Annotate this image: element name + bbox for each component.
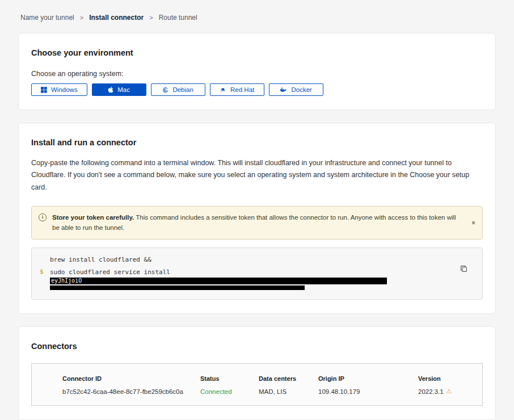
breadcrumb-step-install-connector[interactable]: Install connector	[89, 14, 144, 22]
docker-logo-icon	[280, 87, 287, 93]
col-header-version: Version	[418, 375, 471, 382]
code-lines: brew install cloudflared && sudo cloudfl…	[50, 256, 460, 290]
version-warning-icon: ⚠	[446, 388, 452, 395]
os-button-row: Windows Mac Debian Red Hat	[31, 83, 483, 96]
code-line-1: brew install cloudflared &&	[50, 256, 460, 264]
code-line-2: sudo cloudflared service install	[50, 268, 460, 277]
install-command-codeblock: $ brew install cloudflared && sudo cloud…	[31, 247, 483, 300]
os-chooser-label: Choose an operating system:	[31, 70, 483, 78]
breadcrumb-separator: >	[80, 14, 83, 21]
token-warning-text: Store your token carefully. This command…	[52, 213, 462, 233]
os-button-label: Docker	[291, 86, 311, 93]
cell-connector-id: b7c52c42-6caa-48ee-8c77-fbe259cb6c0a	[62, 388, 200, 395]
os-button-label: Windows	[51, 86, 78, 93]
breadcrumb: Name your tunnel > Install connector > R…	[18, 0, 496, 33]
connectors-table: Connector ID Status Data centers Origin …	[31, 363, 483, 406]
connectors-table-header: Connector ID Status Data centers Origin …	[32, 375, 482, 382]
install-card-title: Install and run a connector	[31, 138, 483, 147]
os-button-mac[interactable]: Mac	[92, 83, 146, 96]
install-connector-card: Install and run a connector Copy-paste t…	[18, 123, 496, 314]
redacted-token-line-1: eyJhIjoiO	[50, 278, 387, 284]
col-header-data-centers: Data centers	[259, 375, 318, 382]
install-card-description: Copy-paste the following command into a …	[31, 157, 483, 194]
os-button-label: Red Hat	[230, 86, 254, 93]
redhat-logo-icon	[220, 87, 226, 93]
page-container: Name your tunnel > Install connector > R…	[0, 0, 514, 420]
col-header-status: Status	[200, 375, 259, 382]
status-badge: Connected	[200, 388, 259, 395]
col-header-origin-ip: Origin IP	[318, 375, 418, 382]
breadcrumb-step-name-your-tunnel[interactable]: Name your tunnel	[20, 14, 74, 22]
os-button-label: Mac	[117, 86, 130, 93]
redacted-token-line-2	[50, 285, 305, 290]
breadcrumb-separator: >	[149, 14, 153, 21]
version-number: 2022.3.1	[418, 388, 444, 395]
col-header-connector-id: Connector ID	[62, 375, 200, 382]
debian-logo-icon	[162, 87, 168, 93]
os-button-debian[interactable]: Debian	[151, 83, 205, 96]
cell-data-centers: MAD, LIS	[259, 388, 318, 395]
connectors-card: Connectors Connector ID Status Data cent…	[18, 326, 496, 420]
apple-logo-icon	[108, 86, 113, 93]
os-button-windows[interactable]: Windows	[31, 83, 87, 96]
connectors-card-title: Connectors	[31, 342, 483, 351]
breadcrumb-step-route-tunnel[interactable]: Route tunnel	[159, 14, 197, 22]
os-button-docker[interactable]: Docker	[269, 83, 323, 96]
windows-logo-icon	[41, 87, 47, 93]
environment-card-title: Choose your environment	[31, 48, 483, 57]
os-button-redhat[interactable]: Red Hat	[210, 83, 264, 96]
cell-origin-ip: 109.48.10.179	[318, 388, 418, 395]
copy-icon[interactable]	[460, 265, 467, 274]
cell-version: 2022.3.1 ⚠	[418, 388, 471, 395]
os-button-label: Debian	[172, 86, 193, 93]
close-icon[interactable]: ×	[471, 219, 475, 227]
token-warning-bold: Store your token carefully.	[52, 214, 134, 221]
shell-prompt: $	[40, 256, 47, 290]
info-circle-icon: i	[39, 213, 47, 221]
token-warning-alert: i Store your token carefully. This comma…	[31, 206, 483, 240]
environment-card: Choose your environment Choose an operat…	[18, 33, 496, 110]
table-row: b7c52c42-6caa-48ee-8c77-fbe259cb6c0a Con…	[32, 388, 482, 395]
